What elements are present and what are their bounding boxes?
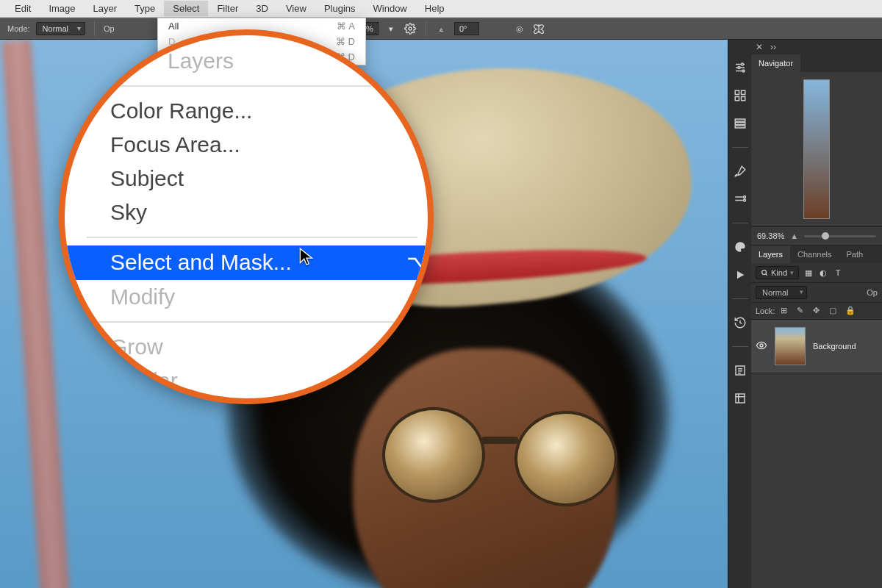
properties-icon[interactable] (733, 363, 747, 378)
menu-item-select-and-mask[interactable]: Select and Mask... ⌥ (59, 245, 434, 280)
svg-point-2 (738, 67, 740, 69)
svg-rect-5 (741, 90, 745, 94)
svg-rect-9 (735, 123, 745, 125)
brush-icon[interactable] (733, 164, 747, 179)
menu-plugins[interactable]: Plugins (315, 1, 365, 16)
svg-rect-6 (735, 97, 739, 101)
angle-icon: ⟁ (435, 22, 448, 35)
lock-paint-icon[interactable]: ✎ (797, 306, 807, 316)
menu-item-subject[interactable]: Subject (59, 162, 434, 196)
svg-point-0 (409, 27, 412, 30)
gear-icon[interactable] (404, 22, 417, 35)
svg-rect-10 (735, 126, 745, 128)
panel-header: ✕ ›› (751, 40, 882, 54)
menu-window[interactable]: Window (365, 1, 416, 16)
tab-channels[interactable]: Channels (790, 245, 839, 263)
mode-label: Mode: (7, 24, 30, 33)
menu-item-sky[interactable]: Sky (59, 196, 434, 229)
mode-select[interactable]: Normal (36, 22, 85, 35)
menu-item-focus-area[interactable]: Focus Area... (59, 128, 434, 162)
styles-icon[interactable] (733, 88, 747, 103)
menu-layer[interactable]: Layer (85, 1, 126, 16)
menu-filter[interactable]: Filter (208, 1, 247, 16)
menu-item-label: All (168, 21, 179, 32)
angle-value[interactable]: 0° (454, 22, 479, 35)
svg-rect-14 (736, 394, 745, 403)
svg-rect-4 (735, 90, 739, 94)
lock-position-icon[interactable]: ✥ (813, 306, 823, 316)
info-icon[interactable] (733, 391, 747, 406)
swatches-icon[interactable] (733, 240, 747, 254)
layer-thumbnail[interactable] (775, 327, 806, 365)
menu-type[interactable]: Type (126, 1, 164, 16)
menu-item-modify[interactable]: Modify (59, 280, 434, 314)
menu-view[interactable]: View (277, 1, 315, 16)
menu-select[interactable]: Select (164, 1, 208, 16)
menu-item-label: Select and Mask... (110, 250, 292, 276)
libraries-icon[interactable] (733, 116, 747, 131)
svg-point-15 (762, 270, 767, 275)
filter-type-icon[interactable]: T (833, 268, 843, 278)
tab-navigator[interactable]: Navigator (751, 54, 800, 72)
menu-item-shortcut: ⌘ D (336, 36, 355, 47)
lock-transparency-icon[interactable]: ⊞ (781, 306, 791, 316)
panel-dock (728, 40, 751, 588)
opacity-label-fragment: Op (104, 24, 115, 33)
zoom-out-icon[interactable]: ▲ (790, 232, 798, 240)
history-icon[interactable] (733, 315, 747, 330)
adjustments-icon[interactable] (733, 60, 747, 75)
svg-rect-7 (741, 97, 745, 101)
opacity-label: Op (867, 288, 878, 297)
butterfly-icon[interactable] (532, 22, 545, 35)
visibility-icon[interactable] (756, 340, 767, 353)
collapse-icon[interactable]: ›› (770, 42, 776, 52)
svg-point-1 (741, 63, 743, 65)
layers-panel: Layers Channels Path Kind ▾ ▦ ◐ T Normal… (751, 245, 882, 588)
close-icon[interactable]: ✕ (756, 42, 763, 52)
chevron-down-icon[interactable]: ▾ (384, 22, 398, 35)
zoom-slider[interactable] (804, 235, 876, 237)
layer-name[interactable]: Background (813, 342, 856, 351)
separator (94, 21, 95, 36)
separator (426, 21, 426, 36)
tab-paths[interactable]: Path (839, 245, 871, 263)
layer-filter-kind[interactable]: Kind ▾ (756, 266, 799, 279)
menu-bar: Edit Image Layer Type Select Filter 3D V… (0, 0, 882, 18)
navigator-thumbnail[interactable] (751, 72, 882, 226)
svg-rect-8 (735, 119, 745, 121)
layer-row[interactable]: Background (751, 320, 882, 373)
svg-point-11 (743, 196, 745, 198)
menu-image[interactable]: Image (40, 1, 84, 16)
cursor-icon (298, 247, 315, 269)
options-bar: Mode: Normal Op oothing: 10% ▾ ⟁ 0° ◎ (0, 18, 882, 40)
svg-point-16 (760, 344, 763, 347)
menu-help[interactable]: Help (416, 1, 453, 16)
brush-settings-icon[interactable] (733, 192, 747, 207)
lock-all-icon[interactable]: 🔒 (845, 306, 856, 316)
play-icon[interactable] (733, 268, 747, 282)
panel-column: ✕ ›› Navigator 69.38% ▲ Layers Channels … (751, 40, 882, 588)
pressure-opacity-icon[interactable]: ◎ (513, 22, 526, 35)
menu-edit[interactable]: Edit (6, 1, 40, 16)
lock-artboard-icon[interactable]: ▢ (829, 306, 839, 316)
filter-adjust-icon[interactable]: ◐ (818, 268, 828, 278)
filter-pixel-icon[interactable]: ▦ (803, 268, 814, 278)
menu-item-color-range[interactable]: Color Range... (59, 94, 434, 128)
blend-mode-select[interactable]: Normal (756, 286, 807, 299)
tutorial-magnifier: Layers Color Range... Focus Area... Subj… (59, 29, 434, 404)
svg-point-12 (743, 199, 745, 201)
lock-label: Lock: (756, 306, 775, 315)
zoom-value[interactable]: 69.38% (757, 232, 784, 240)
menu-item-shortcut: ⌘ A (337, 21, 355, 32)
menu-3d[interactable]: 3D (247, 1, 277, 16)
navigator-panel: Navigator 69.38% ▲ (751, 54, 882, 245)
tab-layers[interactable]: Layers (751, 245, 790, 263)
